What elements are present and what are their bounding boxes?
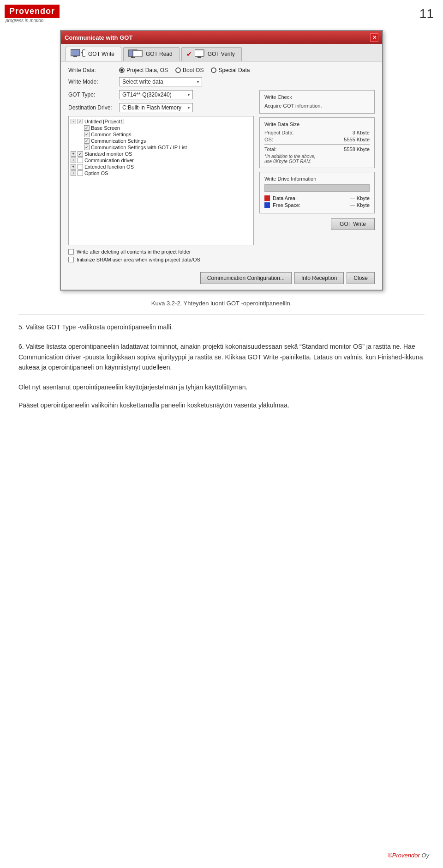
tab-got-write[interactable]: GOT Write (66, 47, 121, 61)
radio-label-boot: Boot OS (183, 67, 204, 73)
data-size-note: *In addition to the above,use 0Kbyte GOT… (264, 154, 370, 164)
section-6-number: 6. (18, 343, 24, 350)
tree-label-std-monitor: Standard monitor OS (84, 151, 132, 157)
dialog-btn-right: Communication Configuration... Info Rece… (200, 272, 375, 284)
tree-checkbox-ext-function[interactable] (78, 164, 83, 170)
destination-drive-value: C:Built-in Flash Memory (122, 104, 181, 111)
size-row-os: OS: 5555 Kbyte (264, 137, 370, 142)
paragraph-2: Pääset operointipaneelin valikoihin kosk… (0, 400, 443, 411)
dialog-close-button[interactable]: ✕ (370, 33, 378, 42)
tree-toggle-std-monitor[interactable]: + (71, 151, 76, 157)
footer: ©Provendor Oy (388, 852, 429, 859)
tree-label-comm-settings: Communication Settings (91, 138, 146, 144)
communication-config-button[interactable]: Communication Configuration... (200, 272, 292, 284)
tree-toggle-ext-function[interactable]: + (71, 164, 76, 170)
radio-dot-special (211, 67, 216, 73)
tree-checkbox-common-settings[interactable] (84, 132, 90, 137)
tree-item-base-screen: Base Screen (71, 125, 251, 131)
svg-rect-8 (195, 50, 204, 56)
data-area-row: Data Area: — Kbyte (264, 195, 370, 201)
tab-write-label: GOT Write (88, 51, 114, 57)
section-5-text: Valitse GOT Type -valikosta operointipan… (26, 323, 173, 331)
dialog-content: Write Data: Project Data, OS Boot OS Spe… (61, 61, 382, 290)
data-area-color (264, 195, 270, 201)
tree-toggle-project[interactable]: - (71, 119, 76, 124)
tree-label-option-os: Option OS (84, 170, 108, 176)
dialog-title: Communicate with GOT (65, 34, 132, 41)
paragraph-1: Olet nyt asentanut operointipaneeliin kä… (0, 382, 443, 393)
tree-checkbox-project[interactable] (78, 119, 83, 124)
write-data-size-box: Write Data Size Project Data: 3 Kbyte OS… (259, 117, 375, 168)
tree-label-comm-settings-got: Communication Settings with GOT / IP Lis… (91, 145, 187, 150)
tree-label-comm-driver: Communication driver (84, 158, 134, 163)
radio-label-special: Special Data (218, 67, 250, 73)
write-mode-label: Write Mode: (68, 79, 119, 85)
got-type-row: GOT Type: GT14**-Q(320x240) (68, 90, 254, 99)
data-area-label: Data Area: (273, 195, 297, 201)
total-label: Total: (264, 146, 276, 152)
radio-project-data[interactable]: Project Data, OS (119, 67, 168, 73)
footer-brand: ©Provendor (388, 852, 420, 859)
radio-dot-boot (175, 67, 181, 73)
dialog-window: Communicate with GOT ✕ GOT Write (60, 30, 383, 291)
section-divider (18, 314, 425, 315)
write-mode-row: Write Mode: Select write data (68, 77, 375, 86)
dialog-right-column: Write Check Acquire GOT information. Wri… (259, 90, 375, 265)
tab-got-read[interactable]: GOT Read (123, 47, 180, 61)
checkbox-sram-box[interactable] (68, 257, 74, 262)
section-6: 6. Valitse listasta operointipaneeliin l… (0, 341, 443, 372)
tree-checkbox-std-monitor[interactable] (78, 151, 83, 157)
write-mode-value: Select write data (122, 79, 163, 85)
tree-item-option-os: + Option OS (71, 170, 251, 176)
write-mode-select[interactable]: Select write data (119, 77, 202, 86)
tree-item-comm-settings: Communication Settings (71, 138, 251, 144)
drive-info-box: Write Drive Information Data Area: — Kby… (259, 172, 375, 213)
tab-read-label: GOT Read (146, 51, 173, 57)
got-write-button[interactable]: GOT Write (331, 218, 375, 230)
checkbox-write-delete-box[interactable] (68, 249, 74, 255)
drive-bar (264, 184, 370, 192)
tree-item-std-monitor: + Standard monitor OS (71, 151, 251, 157)
radio-dot-project (119, 67, 125, 73)
tree-label-project: Untitled [Project1] (84, 119, 125, 124)
monitor-icon-write (71, 49, 85, 59)
data-area-value: — Kbyte (350, 195, 370, 201)
tree-checkbox-comm-settings[interactable] (84, 138, 90, 144)
dialog-titlebar: Communicate with GOT ✕ (61, 31, 382, 44)
checkbox-write-after-deleting[interactable]: Write after deleting all contents in the… (68, 249, 254, 255)
tree-panel: - Untitled [Project1] Base Screen (68, 116, 254, 245)
dialog-bottom-buttons: Communication Configuration... Info Rece… (68, 269, 375, 284)
project-data-label: Project Data: (264, 130, 294, 135)
checkbox-sram-label: Initialize SRAM user area when writing p… (77, 257, 200, 262)
info-reception-button[interactable]: Info Reception (294, 272, 344, 284)
checkmark-icon-verify: ✔ (186, 50, 192, 58)
tree-label-common-settings: Common Settings (91, 132, 131, 137)
destination-drive-select[interactable]: C:Built-in Flash Memory (119, 103, 193, 112)
checkbox-write-delete-label: Write after deleting all contents in the… (77, 249, 191, 255)
close-button[interactable]: Close (347, 272, 375, 284)
tree-item-comm-settings-got: Communication Settings with GOT / IP Lis… (71, 144, 251, 151)
tree-toggle-option-os[interactable]: + (71, 170, 76, 176)
free-space-row: Free Space: — Kbyte (264, 202, 370, 208)
checkbox-initialize-sram[interactable]: Initialize SRAM user area when writing p… (68, 257, 254, 262)
tree-item-common-settings: Common Settings (71, 131, 251, 138)
tree-checkbox-comm-driver[interactable] (78, 158, 83, 163)
tree-checkbox-comm-settings-got[interactable] (84, 145, 90, 150)
got-type-select[interactable]: GT14**-Q(320x240) (119, 90, 193, 99)
dialog-wrapper: Communicate with GOT ✕ GOT Write (55, 30, 388, 291)
tree-toggle-comm-driver[interactable]: + (71, 158, 76, 163)
radio-boot-os[interactable]: Boot OS (175, 67, 204, 73)
destination-drive-row: Destination Drive: C:Built-in Flash Memo… (68, 103, 254, 112)
logo-area: Provendor progress in motion (5, 5, 60, 23)
logo-tagline: progress in motion (5, 18, 60, 23)
radio-label-project: Project Data, OS (126, 67, 168, 73)
tab-got-verify[interactable]: ✔ GOT Verify (181, 47, 242, 61)
got-type-value: GT14**-Q(320x240) (122, 91, 172, 98)
write-check-title: Write Check (264, 94, 370, 100)
size-row-project: Project Data: 3 Kbyte (264, 130, 370, 135)
tree-item-ext-function: + Extended function OS (71, 164, 251, 170)
radio-special-data[interactable]: Special Data (211, 67, 250, 73)
section-5-number: 5. (18, 323, 24, 331)
tree-checkbox-base-screen[interactable] (84, 125, 90, 131)
tree-checkbox-option-os[interactable] (78, 170, 83, 176)
